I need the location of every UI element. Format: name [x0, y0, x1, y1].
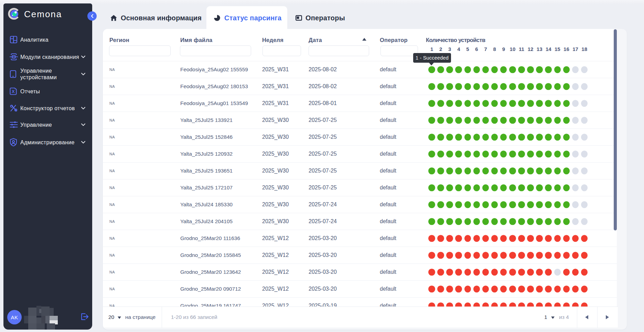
svg-text:X: X — [12, 89, 15, 94]
